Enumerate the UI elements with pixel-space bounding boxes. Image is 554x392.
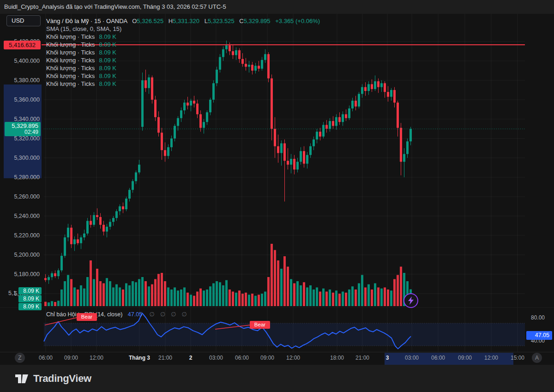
volume-legend-value: 8.09 K	[99, 80, 116, 87]
volume-bar	[151, 284, 153, 306]
volume-bar	[57, 301, 60, 306]
candle-body	[371, 84, 373, 89]
candle-body	[358, 94, 360, 106]
volume-bar	[364, 288, 367, 307]
price-axis-label: 5,360.000	[0, 96, 40, 103]
candle-body	[206, 112, 208, 122]
candle-body	[351, 101, 354, 109]
volume-legend-row[interactable]: Khối lượng · Ticks8.09 K	[46, 56, 320, 64]
volume-bar	[132, 281, 134, 306]
rsi-legend-row[interactable]: Chỉ báo Hội tụ RSI (14, close) 47.05 ∅∅∅…	[46, 310, 187, 318]
price-axis-label: 5,260.000	[0, 193, 40, 200]
volume-bar	[293, 283, 295, 307]
boost-button[interactable]	[403, 293, 418, 308]
rsi-current-value-label: 47.05	[526, 331, 552, 340]
bear-label[interactable]: Bear	[250, 321, 270, 329]
candle-body	[80, 237, 82, 243]
candle-body	[115, 211, 118, 218]
volume-bar	[112, 288, 114, 307]
volume-bar	[322, 289, 325, 306]
candle-body	[361, 87, 363, 94]
high-label: H	[169, 18, 173, 24]
volume-axis-label: 8.09 K	[18, 303, 42, 310]
candle-body	[102, 225, 105, 232]
time-axis-label: 12:00	[90, 355, 103, 361]
volume-legend-rows: Khối lượng · Ticks8.09 KKhối lượng · Tic…	[46, 33, 320, 88]
volume-axis-label: 8.09 K	[18, 287, 42, 295]
candle-body	[109, 222, 111, 227]
time-axis-label: 09:00	[458, 355, 472, 361]
volume-bar	[290, 279, 292, 307]
candle-body	[174, 126, 176, 139]
volume-legend-label: Khối lượng · Ticks	[46, 41, 95, 48]
volume-bar	[335, 290, 337, 306]
volume-bar	[67, 275, 69, 307]
candle-body	[377, 81, 379, 87]
volume-bar	[93, 279, 95, 307]
lightning-icon	[408, 296, 414, 305]
candle-body	[122, 206, 124, 209]
last-price-time: 02:49	[5, 129, 38, 135]
volume-legend-label: Khối lượng · Ticks	[46, 72, 95, 79]
volume-legend-value: 8.09 K	[99, 65, 116, 72]
volume-bar	[148, 286, 150, 306]
candle-body	[154, 100, 157, 117]
price-axis-label: 5,380.000	[0, 77, 40, 84]
volume-bar	[86, 277, 89, 306]
volume-legend-row[interactable]: Khối lượng · Ticks8.09 K	[46, 41, 320, 48]
volume-bar	[245, 293, 247, 306]
volume-legend-label: Khối lượng · Ticks	[46, 80, 95, 87]
volume-legend-label: Khối lượng · Ticks	[46, 33, 95, 40]
volume-bar	[193, 296, 195, 307]
volume-bar	[96, 269, 98, 306]
volume-bar	[180, 289, 182, 306]
volume-bar	[145, 281, 147, 306]
volume-legend-row[interactable]: Khối lượng · Ticks8.09 K	[46, 72, 320, 80]
volume-legend-value: 8.09 K	[99, 49, 116, 56]
rsi-empty-value: ∅	[171, 311, 176, 318]
time-axis-label: 21:00	[158, 355, 172, 361]
time-axis-label: 06:00	[431, 355, 445, 361]
candle-body	[313, 139, 315, 146]
volume-legend-row[interactable]: Khối lượng · Ticks8.09 K	[46, 48, 320, 56]
volume-bar	[238, 290, 241, 306]
candle-body	[390, 90, 392, 97]
symbol-row[interactable]: Vàng / Đô la Mỹ · 15 · OANDA O5,326.525 …	[46, 17, 320, 25]
candle-body	[296, 162, 299, 169]
volume-bar	[51, 301, 53, 306]
volume-legend-row[interactable]: Khối lượng · Ticks8.09 K	[46, 80, 320, 88]
time-axis-label: 03:00	[405, 355, 419, 361]
volume-bar	[303, 282, 305, 306]
time-axis[interactable]: 06:0009:0012:00Tháng 321:00203:0006:0009…	[0, 352, 554, 364]
candle-body	[309, 146, 312, 155]
sma-legend-row[interactable]: SMA (15, close, 0, SMA, 15)	[46, 25, 320, 33]
candle-body	[316, 132, 318, 139]
candle-body	[329, 121, 331, 129]
candle-body	[125, 199, 127, 209]
volume-bar	[348, 289, 350, 306]
bear-label[interactable]: Bear	[77, 313, 97, 321]
volume-bar	[277, 260, 279, 306]
volume-bar	[300, 285, 302, 306]
candle-body	[338, 117, 341, 122]
rsi-value: 47.05	[128, 311, 142, 318]
candle-body	[64, 237, 66, 256]
volume-legend-row[interactable]: Khối lượng · Ticks8.09 K	[46, 64, 320, 72]
volume-legend-value: 8.09 K	[99, 72, 116, 79]
volume-bar	[115, 284, 118, 306]
volume-legend-row[interactable]: Khối lượng · Ticks8.09 K	[46, 33, 320, 41]
candle-body	[112, 218, 114, 222]
volume-bar	[60, 289, 63, 306]
auto-scale-button[interactable]: A	[532, 353, 542, 363]
candle-body	[400, 128, 402, 162]
candle-body	[157, 117, 160, 133]
candle-body	[44, 278, 47, 280]
candle-body	[345, 114, 347, 118]
candle-body	[367, 84, 370, 91]
volume-bar	[313, 289, 315, 306]
price-axis[interactable]: 5,420.0005,400.0005,380.0005,360.0005,34…	[0, 14, 43, 308]
timezone-button[interactable]: Z	[15, 353, 25, 363]
volume-bar	[400, 267, 402, 307]
volume-bar	[174, 288, 176, 307]
volume-bar	[73, 288, 76, 307]
